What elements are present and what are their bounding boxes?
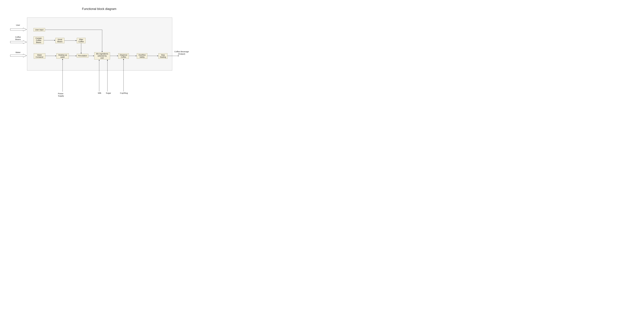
output-label: Coffee Beverage (Output) (173, 50, 190, 55)
system-boundary (27, 17, 172, 70)
block-dispense: Dispense Coffee (118, 53, 129, 59)
diagram-title: Functional block diagram (0, 7, 198, 11)
block-filter-coffee: Filter Coffee (77, 38, 86, 43)
input-coffee-beans-label: Coffee Beans (13, 36, 23, 40)
input-power-supply-label: Power Supply (58, 92, 68, 97)
input-water-label: Water (13, 51, 23, 53)
input-sugar-label: Sugar (104, 92, 112, 94)
input-milk-label: Milk (96, 92, 103, 94)
input-coffee-beans-arrow (10, 40, 27, 44)
block-mix: Mix ingredients selected by user (94, 52, 110, 59)
input-water-arrow (10, 54, 27, 57)
input-user-arrow (10, 28, 27, 31)
block-user-input: User Input (34, 28, 45, 31)
input-user-label: User (13, 24, 23, 26)
block-heating: Heating up water (56, 53, 69, 59)
block-water-container: Water Container (34, 53, 45, 59)
block-contain-beans: Contain Coffee Beans (34, 36, 44, 44)
block-stop-heating: Stop heating (158, 53, 168, 59)
input-cup-label: Cup/Mug (119, 92, 129, 94)
block-overflow: Overflow Safety (137, 53, 147, 59)
block-grind-beans: Grind Beans (56, 38, 64, 43)
diagram-canvas: Functional block diagram User Coffee Bea… (0, 0, 198, 102)
block-percolation: Percolation (77, 54, 88, 58)
